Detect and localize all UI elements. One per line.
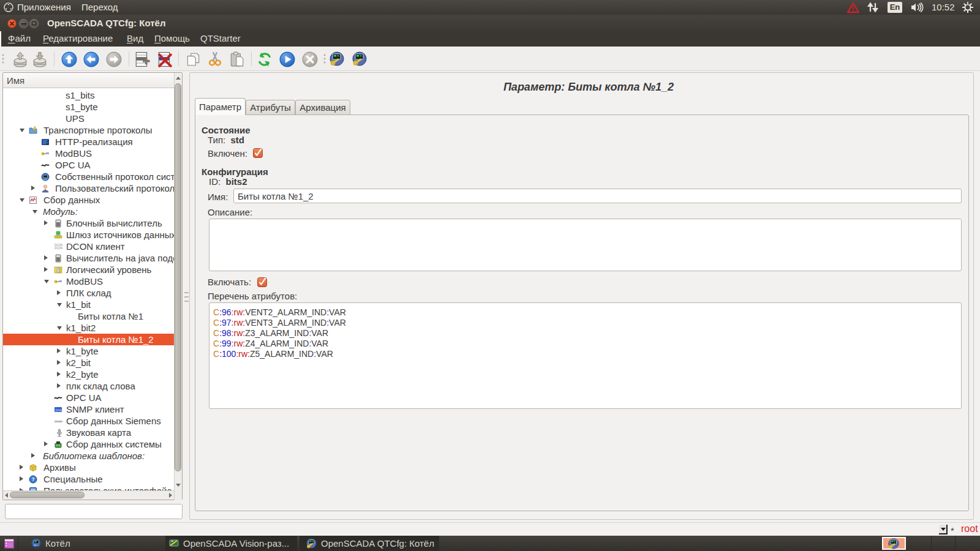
svg-text:?: ? <box>32 476 35 482</box>
svg-text:DCON: DCON <box>55 247 62 250</box>
svg-text:SIEMENS: SIEMENS <box>55 420 63 423</box>
svg-text:SNMP: SNMP <box>55 408 62 412</box>
